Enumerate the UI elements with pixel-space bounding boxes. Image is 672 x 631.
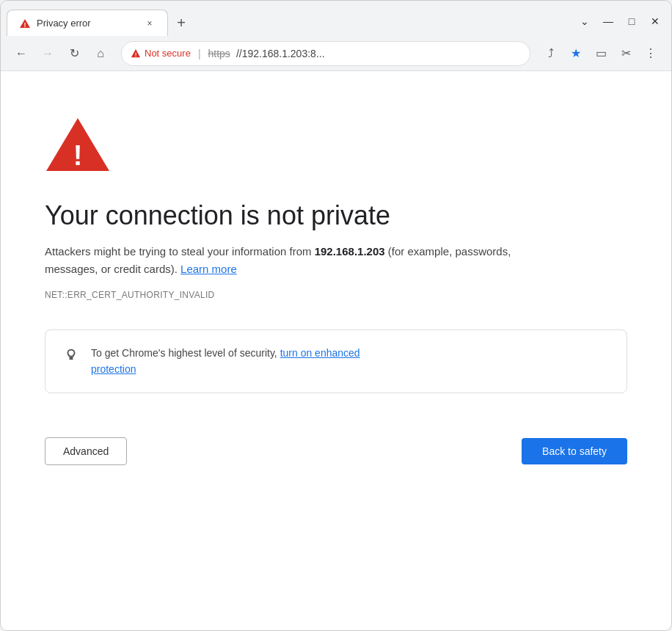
svg-text:!: ! <box>73 140 83 171</box>
advanced-button[interactable]: Advanced <box>45 437 127 465</box>
back-button[interactable]: ← <box>10 42 33 65</box>
error-code: NET::ERR_CERT_AUTHORITY_INVALID <box>45 290 215 300</box>
learn-more-link[interactable]: Learn more <box>180 263 237 275</box>
address-warning-icon: ! <box>131 48 141 59</box>
large-warning-triangle-icon: ! <box>45 115 111 174</box>
tab-title: Privacy error <box>37 18 91 29</box>
home-button[interactable]: ⌂ <box>89 42 112 65</box>
menu-button[interactable]: ⋮ <box>639 42 662 65</box>
url-display: //192.168.1.203:8... <box>236 48 325 59</box>
tab-warning-icon: ! <box>19 18 31 29</box>
security-warning: ! Not secure <box>131 48 191 59</box>
window-controls: ⌄ — □ ✕ <box>574 11 665 36</box>
tab-close-button[interactable]: × <box>144 18 156 29</box>
suggestion-text: To get Chrome's highest level of securit… <box>91 345 360 378</box>
close-button[interactable]: ✕ <box>645 11 665 32</box>
url-separator: | <box>198 48 201 59</box>
active-tab[interactable]: ! Privacy error × <box>7 10 168 36</box>
security-label: Not secure <box>145 48 191 59</box>
title-bar: ! Privacy error × + ⌄ — □ ✕ <box>1 1 671 36</box>
extensions-button[interactable]: ✂ <box>614 42 638 65</box>
browser-window: ! Privacy error × + ⌄ — □ ✕ ← → ↻ ⌂ ! No… <box>0 0 672 631</box>
new-tab-button[interactable]: + <box>168 10 194 36</box>
hostname: 192.168.1.203 <box>315 245 385 258</box>
sidebar-button[interactable]: ▭ <box>589 42 613 65</box>
toolbar-actions: ⤴ ★ ▭ ✂ ⋮ <box>539 42 662 65</box>
minimize-button[interactable]: — <box>598 11 618 32</box>
url-prefix: https <box>208 48 230 59</box>
toolbar: ← → ↻ ⌂ ! Not secure | https //192.168.1… <box>1 36 671 71</box>
description-part1: Attackers might be trying to steal your … <box>45 245 315 258</box>
page-title: Your connection is not private <box>45 200 390 231</box>
back-to-safety-button[interactable]: Back to safety <box>522 438 627 464</box>
forward-button[interactable]: → <box>36 42 59 65</box>
page-description: Attackers might be trying to steal your … <box>45 243 558 278</box>
maximize-button[interactable]: □ <box>621 11 642 32</box>
address-bar[interactable]: ! Not secure | https //192.168.1.203:8..… <box>121 41 530 66</box>
page-content: ! Your connection is not private Attacke… <box>1 71 671 630</box>
svg-text:!: ! <box>135 51 137 58</box>
suggestion-text-prefix: To get Chrome's highest level of securit… <box>91 347 280 359</box>
security-suggestion-box: To get Chrome's highest level of securit… <box>45 329 627 393</box>
chevron-down-button[interactable]: ⌄ <box>574 11 595 32</box>
reload-button[interactable]: ↻ <box>62 42 86 65</box>
svg-text:!: ! <box>24 21 26 29</box>
bookmark-button[interactable]: ★ <box>564 42 588 65</box>
lightbulb-svg <box>63 346 79 362</box>
lightbulb-icon <box>63 346 79 366</box>
bottom-buttons: Advanced Back to safety <box>45 437 627 465</box>
warning-icon-large: ! <box>45 115 111 177</box>
share-button[interactable]: ⤴ <box>539 42 563 65</box>
